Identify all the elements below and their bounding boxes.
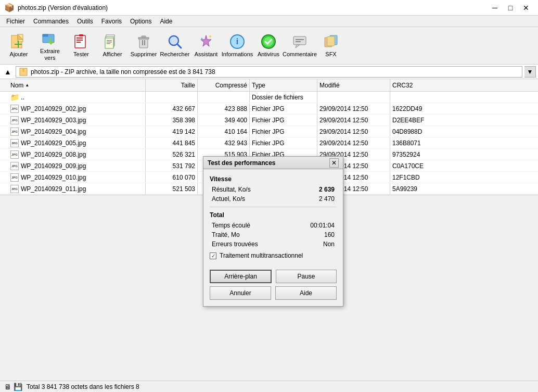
dialog-btn-row1: Arrière-plan Pause: [210, 270, 337, 283]
erreurs-row: Erreurs trouvées Non: [210, 241, 337, 248]
dialog-close-button[interactable]: ✕: [329, 158, 339, 168]
performance-dialog: Test des performances ✕ Vitesse Résultat…: [203, 156, 343, 307]
pause-button[interactable]: Pause: [276, 270, 337, 283]
resultat-value: 2 639: [319, 186, 335, 193]
vitesse-label: Vitesse: [210, 175, 337, 183]
temps-value: 00:01:04: [310, 222, 335, 229]
annuler-button[interactable]: Annuler: [210, 286, 271, 300]
resultat-row: Résultat, Ko/s 2 639: [210, 186, 337, 193]
total-label: Total: [210, 211, 337, 219]
temps-label: Temps écoulé: [212, 222, 250, 229]
dialog-title-bar: Test des performances ✕: [203, 157, 343, 169]
resultat-label: Résultat, Ko/s: [212, 186, 251, 193]
checkbox-label: Traitement multitransactionnel: [220, 252, 303, 259]
traite-label: Traité, Mo: [212, 231, 240, 238]
status-icon2: 💾: [14, 383, 22, 391]
status-text: Total 3 841 738 octets dans les fichiers…: [27, 383, 139, 390]
actuel-value: 2 470: [319, 195, 335, 203]
multitransactionnel-checkbox[interactable]: ✓: [210, 252, 216, 259]
status-icon1: 🖥: [4, 383, 11, 391]
dialog-overlay: Test des performances ✕ Vitesse Résultat…: [0, 0, 538, 381]
status-icons: 🖥 💾: [4, 383, 22, 391]
temps-row: Temps écoulé 00:01:04: [210, 222, 337, 229]
dialog-btn-row2: Annuler Aide: [210, 286, 337, 300]
checkbox-row[interactable]: ✓ Traitement multitransactionnel: [210, 252, 337, 259]
erreurs-value: Non: [323, 241, 335, 248]
divider1: [210, 207, 337, 207]
dialog-body: Vitesse Résultat, Ko/s 2 639 Actuel, Ko/…: [203, 169, 343, 270]
erreurs-label: Erreurs trouvées: [212, 241, 258, 248]
dialog-title: Test des performances: [208, 159, 276, 167]
dialog-buttons: Arrière-plan Pause Annuler Aide: [203, 270, 343, 306]
traite-row: Traité, Mo 160: [210, 231, 337, 238]
aide-button[interactable]: Aide: [275, 286, 337, 300]
actuel-label: Actuel, Ko/s: [212, 195, 245, 203]
actuel-row: Actuel, Ko/s 2 470: [210, 195, 337, 203]
status-bar: 🖥 💾 Total 3 841 738 octets dans les fich…: [0, 381, 538, 392]
traite-value: 160: [324, 231, 335, 238]
arriere-plan-button[interactable]: Arrière-plan: [210, 270, 272, 283]
